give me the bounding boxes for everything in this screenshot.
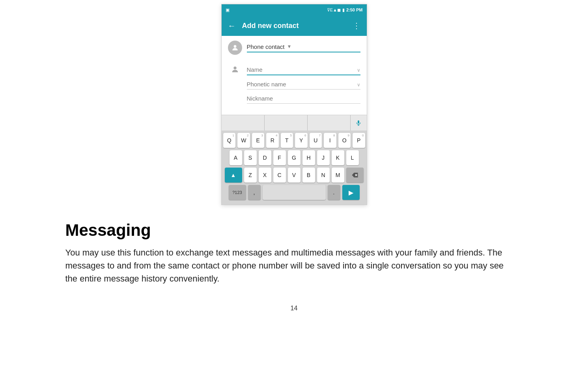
numbers-key[interactable]: ?123 (229, 185, 246, 200)
keyboard: Q1 W2 E3 R4 T5 Y6 U7 I8 O9 P0 A S D F (222, 131, 367, 205)
key-x[interactable]: X (259, 168, 271, 183)
key-i[interactable]: I8 (324, 133, 336, 148)
status-bar-right: ⊽E▲◼ ▮ 2:50 PM (327, 7, 363, 13)
nickname-input[interactable]: Nickname (247, 95, 360, 102)
key-s[interactable]: S (244, 150, 257, 165)
key-n[interactable]: N (317, 168, 330, 183)
key-h[interactable]: H (302, 150, 315, 165)
key-a[interactable]: A (230, 150, 242, 165)
page-container: ▣ ⊽E▲◼ ▮ 2:50 PM ← Add new contact ⋮ (0, 0, 588, 388)
keyboard-row-3: ▲ Z X C V B N M (223, 168, 365, 183)
status-bar: ▣ ⊽E▲◼ ▮ 2:50 PM (222, 4, 367, 15)
account-dropdown-arrow: ▼ (287, 44, 291, 49)
svg-rect-2 (358, 120, 359, 123)
key-m[interactable]: M (332, 168, 344, 183)
key-p[interactable]: P0 (353, 133, 365, 148)
messaging-body: You may use this function to exchange te… (65, 246, 511, 285)
name-input[interactable]: Name (247, 66, 354, 73)
dot-key[interactable]: . (328, 185, 340, 200)
phone-area: ▣ ⊽E▲◼ ▮ 2:50 PM ← Add new contact ⋮ (221, 0, 367, 205)
phonetic-chevron: ∨ (357, 82, 360, 88)
key-g[interactable]: G (288, 150, 301, 165)
messaging-title: Messaging (65, 221, 511, 240)
name-chevron: ∨ (357, 67, 360, 73)
key-l[interactable]: L (346, 150, 359, 165)
key-e[interactable]: E3 (252, 133, 265, 148)
person-icon (228, 61, 242, 75)
enter-key[interactable]: ▶ (342, 185, 360, 200)
suggestion-3[interactable] (308, 115, 351, 131)
key-q[interactable]: Q1 (223, 133, 236, 148)
backspace-key[interactable] (346, 168, 364, 183)
bottom-section: Messaging You may use this function to e… (58, 205, 531, 301)
keyboard-row-4: ?123 , . ▶ (223, 185, 365, 200)
battery-icon: ▮ (342, 7, 345, 13)
contact-form: Phone contact ▼ Name ∨ (222, 36, 367, 115)
key-f[interactable]: F (273, 150, 286, 165)
space-key[interactable] (263, 185, 326, 200)
status-icon-picture: ▣ (226, 7, 230, 13)
more-options-button[interactable]: ⋮ (353, 21, 360, 30)
app-bar-title: Add new contact (242, 22, 346, 30)
nickname-field-group[interactable]: Nickname (247, 95, 360, 104)
key-w[interactable]: W2 (237, 133, 250, 148)
account-row: Phone contact ▼ (228, 41, 360, 55)
name-field-group[interactable]: Name ∨ (247, 66, 360, 75)
key-z[interactable]: Z (244, 168, 257, 183)
shift-key[interactable]: ▲ (225, 168, 242, 183)
key-u[interactable]: U7 (310, 133, 322, 148)
key-t[interactable]: T5 (281, 133, 293, 148)
phonetic-name-input[interactable]: Phonetic name (247, 81, 354, 88)
key-c[interactable]: C (273, 168, 286, 183)
key-k[interactable]: K (332, 150, 344, 165)
status-time: 2:50 PM (346, 7, 363, 12)
signal-icon: ⊽E▲◼ (327, 7, 341, 13)
page-number: 14 (0, 305, 588, 312)
key-o[interactable]: O9 (338, 133, 351, 148)
keyboard-row-2: A S D F G H J K L (223, 150, 365, 165)
key-y[interactable]: Y6 (295, 133, 308, 148)
suggestion-1[interactable] (222, 115, 265, 131)
account-icon (228, 41, 242, 55)
phonetic-name-row: Phonetic name ∨ (228, 81, 360, 90)
back-button[interactable]: ← (228, 21, 236, 30)
phone-screen: ▣ ⊽E▲◼ ▮ 2:50 PM ← Add new contact ⋮ (221, 4, 367, 205)
keyboard-row-1: Q1 W2 E3 R4 T5 Y6 U7 I8 O9 P0 (223, 133, 365, 148)
key-b[interactable]: B (302, 168, 315, 183)
svg-point-0 (233, 45, 236, 48)
phonetic-field-group[interactable]: Phonetic name ∨ (247, 81, 360, 90)
comma-key[interactable]: , (248, 185, 261, 200)
account-label: Phone contact (247, 43, 285, 50)
key-j[interactable]: J (317, 150, 330, 165)
svg-point-1 (233, 67, 236, 69)
key-v[interactable]: V (288, 168, 301, 183)
account-dropdown[interactable]: Phone contact ▼ (247, 43, 360, 52)
name-row: Name ∨ (228, 61, 360, 75)
app-bar: ← Add new contact ⋮ (222, 15, 367, 36)
status-bar-left: ▣ (226, 7, 230, 13)
mic-button[interactable] (351, 115, 366, 131)
nickname-row: Nickname (228, 95, 360, 104)
key-d[interactable]: D (259, 150, 271, 165)
suggestion-2[interactable] (265, 115, 308, 131)
key-r[interactable]: R4 (266, 133, 279, 148)
keyboard-suggestions (222, 115, 367, 131)
